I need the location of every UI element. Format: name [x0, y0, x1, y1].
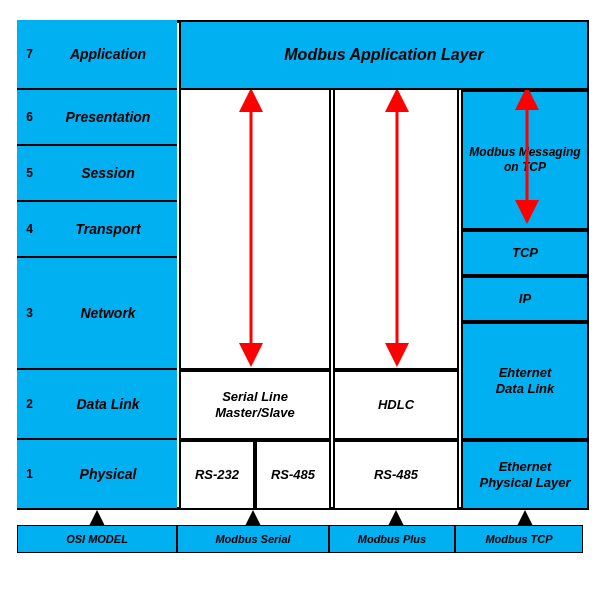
hdlc-physical-label: RS-485 — [374, 467, 418, 483]
modbus-app-block: Modbus Application Layer — [179, 20, 589, 90]
rs232-block: RS-232 — [179, 440, 255, 510]
osi-num-2: 2 — [17, 397, 39, 411]
osi-num-5: 5 — [17, 166, 39, 180]
osi-label-1: Physical — [39, 466, 177, 482]
osi-row-3: 3 Network — [17, 258, 177, 370]
eth-physical-label: EthernetPhysical Layer — [479, 459, 570, 490]
osi-label-4: Transport — [39, 221, 177, 237]
hdlc-datalink-block: HDLC — [333, 370, 459, 440]
serial-datalink-block: Serial LineMaster/Slave — [179, 370, 331, 440]
eth-physical-block: EthernetPhysical Layer — [461, 440, 589, 510]
bottom-label-plus: Modbus Plus — [329, 525, 455, 553]
osi-row-6: 6 Presentation — [17, 90, 177, 146]
osi-num-1: 1 — [17, 467, 39, 481]
osi-row-2: 2 Data Link — [17, 370, 177, 440]
osi-label-6: Presentation — [39, 109, 177, 125]
ip-block: IP — [461, 276, 589, 322]
rs485-serial-block: RS-485 — [255, 440, 331, 510]
osi-num-7: 7 — [17, 47, 39, 61]
bottom-label-tcp: Modbus TCP — [455, 525, 583, 553]
svg-marker-11 — [388, 510, 404, 526]
osi-label-7: Application — [39, 46, 177, 62]
bottom-label-osi: OSI MODEL — [17, 525, 177, 553]
serial-upper-empty — [179, 90, 331, 370]
osi-row-4: 4 Transport — [17, 202, 177, 258]
hdlc-physical-block: RS-485 — [333, 440, 459, 510]
eth-datalink-label: EhternetData Link — [496, 365, 555, 396]
osi-row-1: 1 Physical — [17, 440, 177, 510]
svg-marker-10 — [245, 510, 261, 526]
hdlc-label: HDLC — [378, 397, 414, 413]
tcp-label: TCP — [512, 245, 538, 261]
osi-up-arrow — [89, 510, 105, 526]
hdlc-upper-empty — [333, 90, 459, 370]
modbus-app-label: Modbus Application Layer — [284, 46, 483, 64]
osi-label-3: Network — [39, 305, 177, 321]
osi-row-5: 5 Session — [17, 146, 177, 202]
serial-datalink-label: Serial LineMaster/Slave — [215, 389, 295, 420]
plus-up-arrow — [388, 510, 404, 526]
osi-num-3: 3 — [17, 306, 39, 320]
serial-up-arrow — [245, 510, 261, 526]
osi-row-7: 7 Application — [17, 20, 177, 90]
bottom-label-serial: Modbus Serial — [177, 525, 329, 553]
osi-num-6: 6 — [17, 110, 39, 124]
osi-label-5: Session — [39, 165, 177, 181]
rs232-label: RS-232 — [195, 467, 239, 483]
ip-label: IP — [519, 291, 531, 307]
modbus-messaging-block: Modbus Messagingon TCP — [461, 90, 589, 230]
osi-label-2: Data Link — [39, 396, 177, 412]
osi-num-4: 4 — [17, 222, 39, 236]
tcp-up-arrow — [517, 510, 533, 526]
svg-marker-12 — [517, 510, 533, 526]
modbus-messaging-label: Modbus Messagingon TCP — [469, 145, 580, 174]
bottom-labels-row: OSI MODEL Modbus Serial Modbus Plus Modb… — [17, 525, 589, 553]
rs485-serial-label: RS-485 — [271, 467, 315, 483]
eth-datalink-block: EhternetData Link — [461, 322, 589, 440]
svg-marker-9 — [89, 510, 105, 526]
tcp-block: TCP — [461, 230, 589, 276]
